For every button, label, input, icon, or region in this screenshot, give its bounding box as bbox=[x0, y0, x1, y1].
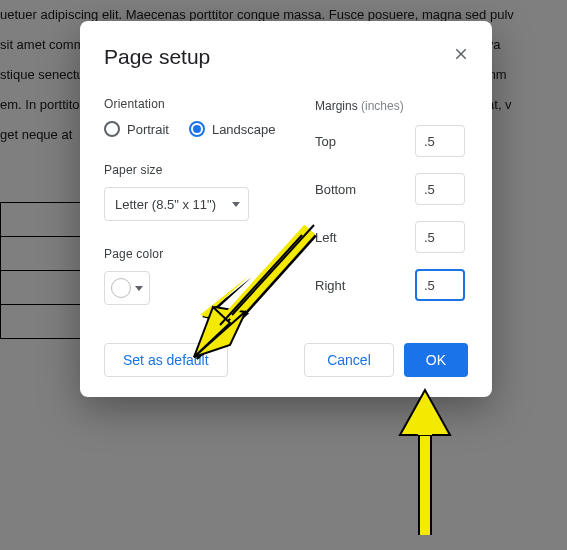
orientation-label: Orientation bbox=[104, 97, 468, 111]
paper-size-value: Letter (8.5" x 11") bbox=[115, 197, 216, 212]
radio-label: Landscape bbox=[212, 122, 276, 137]
close-icon[interactable] bbox=[452, 45, 472, 65]
radio-icon bbox=[189, 121, 205, 137]
margin-bottom-input[interactable] bbox=[415, 173, 465, 205]
radio-label: Portrait bbox=[127, 122, 169, 137]
color-swatch-icon bbox=[111, 278, 131, 298]
page-color-picker[interactable] bbox=[104, 271, 150, 305]
margin-top-label: Top bbox=[315, 134, 336, 149]
margin-bottom-label: Bottom bbox=[315, 182, 356, 197]
radio-icon bbox=[104, 121, 120, 137]
cancel-button[interactable]: Cancel bbox=[304, 343, 394, 377]
chevron-down-icon bbox=[135, 286, 143, 291]
ok-button[interactable]: OK bbox=[404, 343, 468, 377]
orientation-portrait-radio[interactable]: Portrait bbox=[104, 121, 169, 137]
dialog-title: Page setup bbox=[104, 45, 468, 69]
margin-left-input[interactable] bbox=[415, 221, 465, 253]
margin-right-label: Right bbox=[315, 278, 345, 293]
margin-right-input[interactable] bbox=[415, 269, 465, 301]
set-as-default-button[interactable]: Set as default bbox=[104, 343, 228, 377]
orientation-landscape-radio[interactable]: Landscape bbox=[189, 121, 276, 137]
page-setup-dialog: Page setup Orientation Portrait Landscap… bbox=[80, 21, 492, 397]
margin-left-label: Left bbox=[315, 230, 337, 245]
margins-label: Margins (inches) bbox=[315, 99, 404, 113]
paper-size-select[interactable]: Letter (8.5" x 11") bbox=[104, 187, 249, 221]
chevron-down-icon bbox=[232, 202, 240, 207]
margin-top-input[interactable] bbox=[415, 125, 465, 157]
